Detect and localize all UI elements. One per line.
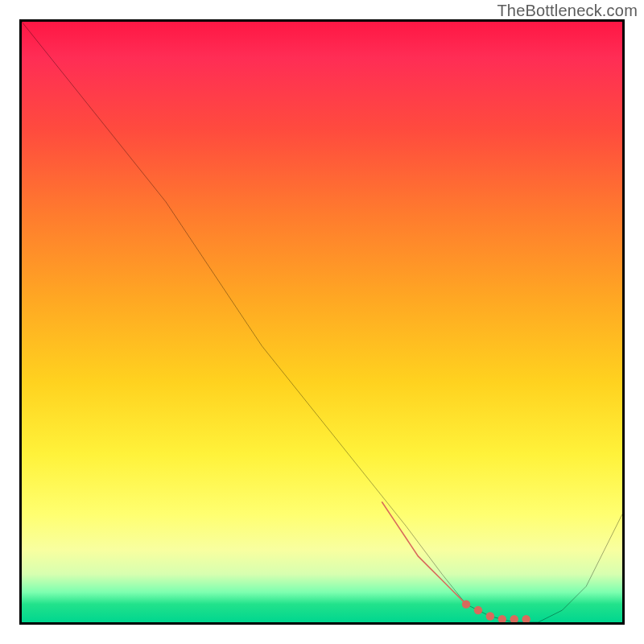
- plot-area: [19, 19, 625, 625]
- highlight-segment-thick: [382, 502, 466, 605]
- chart-frame: TheBottleneck.com: [0, 0, 644, 644]
- curve-svg: [22, 22, 622, 622]
- highlight-dot: [486, 612, 494, 620]
- bottleneck-curve-path: [22, 22, 622, 622]
- highlight-dot: [462, 600, 470, 608]
- highlight-dot: [510, 615, 518, 622]
- highlight-dot: [474, 606, 482, 614]
- highlight-dot: [498, 615, 506, 622]
- watermark-text: TheBottleneck.com: [497, 2, 638, 20]
- highlight-dot: [522, 615, 530, 622]
- highlight-dots: [462, 600, 530, 622]
